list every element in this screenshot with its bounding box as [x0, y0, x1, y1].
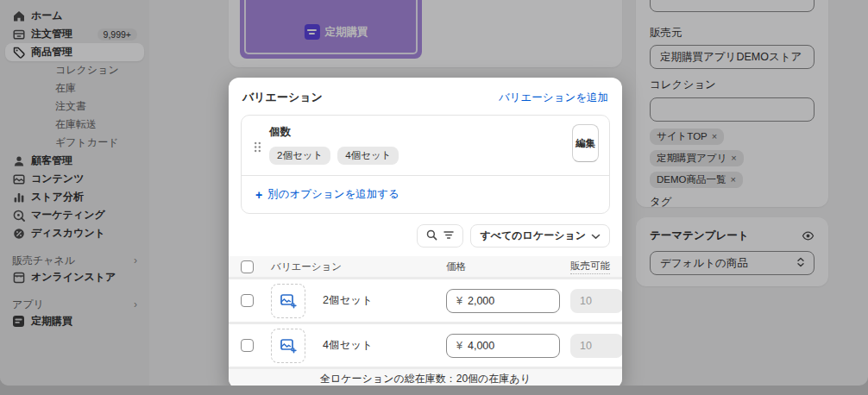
- table-header-row: バリエーション 価格 販売可能: [229, 256, 622, 277]
- currency-prefix: ¥: [456, 295, 462, 307]
- plus-icon: +: [255, 190, 262, 200]
- variations-card: バリエーション バリエーションを追加 個数 2個セット 4個セット 編集 + 別…: [229, 78, 622, 386]
- column-header-variation: バリエーション: [271, 260, 446, 273]
- drag-handle-icon[interactable]: [254, 141, 261, 155]
- variations-table: バリエーション 価格 販売可能 2個セット ¥: [229, 256, 622, 386]
- price-field[interactable]: ¥: [446, 334, 560, 358]
- add-image-placeholder[interactable]: [271, 284, 305, 318]
- add-option-row: + 別のオプションを追加する: [242, 175, 609, 213]
- add-image-placeholder[interactable]: [271, 329, 305, 363]
- select-all-checkbox[interactable]: [241, 260, 254, 273]
- option-value-pill: 2個セット: [269, 147, 330, 165]
- available-input: [570, 334, 622, 358]
- add-variation-link[interactable]: バリエーションを追加: [499, 91, 608, 105]
- row-checkbox[interactable]: [241, 339, 254, 352]
- option-name: 個数: [269, 125, 571, 140]
- table-row: 4個セット ¥: [229, 322, 622, 367]
- price-field[interactable]: ¥: [446, 289, 560, 313]
- column-header-available: 販売可能: [570, 260, 610, 274]
- filter-icon: [443, 229, 454, 242]
- edit-option-button[interactable]: 編集: [572, 124, 599, 162]
- price-input[interactable]: [468, 340, 550, 352]
- search-filter-button[interactable]: [417, 224, 463, 248]
- available-input: [570, 289, 622, 313]
- column-header-price: 価格: [446, 260, 570, 273]
- option-values: 2個セット 4個セット: [269, 147, 571, 165]
- search-icon: [426, 229, 437, 243]
- variation-name: 4個セット: [323, 338, 373, 353]
- variations-title: バリエーション: [242, 90, 323, 105]
- add-image-icon: [280, 292, 297, 310]
- option-value-pill: 4個セット: [337, 147, 399, 165]
- inventory-total-footer: 全ロケーションの総在庫数：20個の在庫あり: [229, 367, 622, 386]
- add-image-icon: [280, 337, 297, 354]
- variations-toolbar: すべてのロケーション: [241, 224, 610, 248]
- option-row: 個数 2個セット 4個セット 編集: [242, 116, 609, 175]
- chevron-down-icon: [591, 230, 601, 242]
- currency-prefix: ¥: [456, 340, 462, 352]
- add-option-link[interactable]: 別のオプションを追加する: [267, 187, 399, 202]
- variation-name: 2個セット: [323, 293, 373, 308]
- price-input[interactable]: [468, 295, 550, 307]
- option-box: 個数 2個セット 4個セット 編集 + 別のオプションを追加する: [241, 115, 610, 214]
- location-filter-button[interactable]: すべてのロケーション: [470, 224, 610, 248]
- table-row: 2個セット ¥: [229, 277, 622, 322]
- row-checkbox[interactable]: [241, 294, 254, 307]
